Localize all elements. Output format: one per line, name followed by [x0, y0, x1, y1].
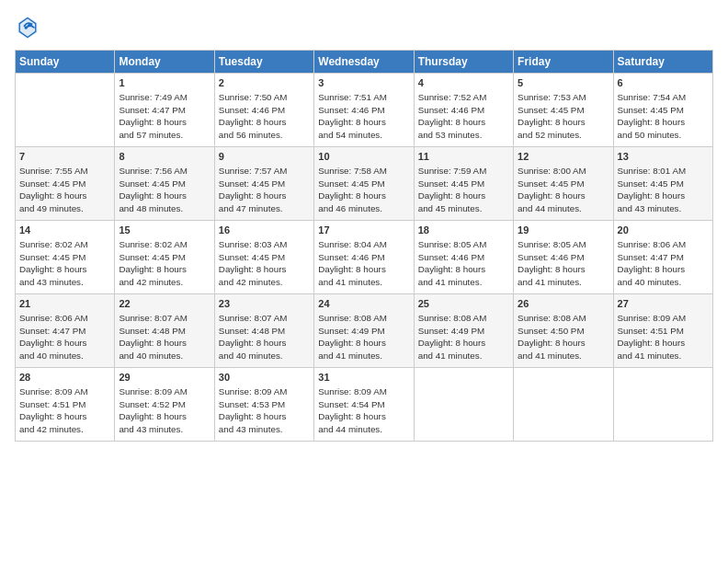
day-info: Sunrise: 8:06 AM Sunset: 4:47 PM Dayligh… [19, 312, 110, 362]
calendar-cell: 22Sunrise: 8:07 AM Sunset: 4:48 PM Dayli… [115, 294, 214, 368]
col-header-thursday: Thursday [414, 51, 513, 74]
calendar-cell: 30Sunrise: 8:09 AM Sunset: 4:53 PM Dayli… [214, 368, 313, 442]
day-number: 27 [618, 297, 709, 311]
day-info: Sunrise: 8:09 AM Sunset: 4:51 PM Dayligh… [618, 312, 709, 362]
calendar-body: 1Sunrise: 7:49 AM Sunset: 4:47 PM Daylig… [16, 74, 713, 442]
col-header-wednesday: Wednesday [314, 51, 414, 74]
day-number: 28 [19, 371, 110, 385]
day-number: 7 [19, 150, 110, 164]
day-number: 8 [119, 150, 210, 164]
day-number: 2 [219, 76, 310, 90]
day-number: 30 [219, 371, 310, 385]
day-info: Sunrise: 7:50 AM Sunset: 4:46 PM Dayligh… [219, 91, 310, 142]
page-container: SundayMondayTuesdayWednesdayThursdayFrid… [0, 0, 728, 563]
calendar-cell: 16Sunrise: 8:03 AM Sunset: 4:45 PM Dayli… [214, 221, 313, 294]
calendar-cell: 13Sunrise: 8:01 AM Sunset: 4:45 PM Dayli… [613, 147, 712, 221]
day-number: 17 [318, 224, 409, 237]
day-number: 12 [518, 150, 609, 164]
day-info: Sunrise: 8:00 AM Sunset: 4:45 PM Dayligh… [518, 165, 609, 215]
calendar-cell: 31Sunrise: 8:09 AM Sunset: 4:54 PM Dayli… [314, 368, 414, 442]
col-header-sunday: Sunday [16, 51, 115, 74]
day-info: Sunrise: 8:02 AM Sunset: 4:45 PM Dayligh… [19, 238, 110, 289]
day-number: 13 [618, 150, 709, 164]
logo-icon [15, 15, 40, 40]
calendar-cell: 17Sunrise: 8:04 AM Sunset: 4:46 PM Dayli… [314, 221, 414, 294]
calendar-cell: 21Sunrise: 8:06 AM Sunset: 4:47 PM Dayli… [16, 294, 115, 368]
calendar-cell: 7Sunrise: 7:55 AM Sunset: 4:45 PM Daylig… [16, 147, 115, 221]
day-info: Sunrise: 8:08 AM Sunset: 4:49 PM Dayligh… [318, 312, 409, 362]
col-header-tuesday: Tuesday [214, 51, 313, 74]
day-info: Sunrise: 8:01 AM Sunset: 4:45 PM Dayligh… [618, 165, 709, 215]
calendar-cell: 6Sunrise: 7:54 AM Sunset: 4:45 PM Daylig… [613, 74, 712, 147]
day-number: 5 [518, 76, 609, 90]
calendar-cell: 8Sunrise: 7:56 AM Sunset: 4:45 PM Daylig… [115, 147, 214, 221]
calendar-week-5: 28Sunrise: 8:09 AM Sunset: 4:51 PM Dayli… [16, 368, 713, 442]
day-number: 1 [119, 76, 210, 90]
col-header-monday: Monday [115, 51, 214, 74]
day-number: 18 [418, 224, 509, 237]
calendar-cell [613, 368, 712, 442]
day-info: Sunrise: 8:03 AM Sunset: 4:45 PM Dayligh… [219, 238, 310, 289]
calendar-cell: 2Sunrise: 7:50 AM Sunset: 4:46 PM Daylig… [214, 74, 313, 147]
calendar-cell: 24Sunrise: 8:08 AM Sunset: 4:49 PM Dayli… [314, 294, 414, 368]
day-number: 20 [618, 224, 709, 237]
day-info: Sunrise: 7:54 AM Sunset: 4:45 PM Dayligh… [618, 91, 709, 142]
day-number: 22 [119, 297, 210, 311]
calendar-cell: 3Sunrise: 7:51 AM Sunset: 4:46 PM Daylig… [314, 74, 414, 147]
day-info: Sunrise: 7:58 AM Sunset: 4:45 PM Dayligh… [318, 165, 409, 215]
calendar-cell: 19Sunrise: 8:05 AM Sunset: 4:46 PM Dayli… [514, 221, 613, 294]
col-header-saturday: Saturday [613, 51, 712, 74]
svg-point-2 [25, 26, 28, 29]
calendar-header-row: SundayMondayTuesdayWednesdayThursdayFrid… [16, 51, 713, 74]
day-info: Sunrise: 8:04 AM Sunset: 4:46 PM Dayligh… [318, 238, 409, 289]
day-number: 21 [19, 297, 110, 311]
logo [15, 15, 44, 40]
day-number: 23 [219, 297, 310, 311]
day-info: Sunrise: 8:06 AM Sunset: 4:47 PM Dayligh… [618, 238, 709, 289]
day-info: Sunrise: 8:05 AM Sunset: 4:46 PM Dayligh… [518, 238, 609, 289]
day-info: Sunrise: 8:07 AM Sunset: 4:48 PM Dayligh… [219, 312, 310, 362]
calendar-week-1: 1Sunrise: 7:49 AM Sunset: 4:47 PM Daylig… [16, 74, 713, 147]
day-info: Sunrise: 7:49 AM Sunset: 4:47 PM Dayligh… [119, 91, 210, 142]
calendar-cell [514, 368, 613, 442]
day-info: Sunrise: 7:59 AM Sunset: 4:45 PM Dayligh… [418, 165, 509, 215]
day-number: 3 [318, 76, 409, 90]
calendar-cell: 1Sunrise: 7:49 AM Sunset: 4:47 PM Daylig… [115, 74, 214, 147]
calendar-cell: 5Sunrise: 7:53 AM Sunset: 4:45 PM Daylig… [514, 74, 613, 147]
day-number: 24 [318, 297, 409, 311]
calendar-week-3: 14Sunrise: 8:02 AM Sunset: 4:45 PM Dayli… [16, 221, 713, 294]
day-info: Sunrise: 7:56 AM Sunset: 4:45 PM Dayligh… [119, 165, 210, 215]
day-info: Sunrise: 8:08 AM Sunset: 4:50 PM Dayligh… [518, 312, 609, 362]
day-info: Sunrise: 8:09 AM Sunset: 4:51 PM Dayligh… [19, 385, 110, 436]
day-number: 10 [318, 150, 409, 164]
day-info: Sunrise: 8:05 AM Sunset: 4:46 PM Dayligh… [418, 238, 509, 289]
calendar-cell: 18Sunrise: 8:05 AM Sunset: 4:46 PM Dayli… [414, 221, 513, 294]
calendar-cell [16, 74, 115, 147]
day-info: Sunrise: 7:52 AM Sunset: 4:46 PM Dayligh… [418, 91, 509, 142]
day-number: 19 [518, 224, 609, 237]
calendar-cell: 11Sunrise: 7:59 AM Sunset: 4:45 PM Dayli… [414, 147, 513, 221]
calendar-cell: 12Sunrise: 8:00 AM Sunset: 4:45 PM Dayli… [514, 147, 613, 221]
day-info: Sunrise: 7:55 AM Sunset: 4:45 PM Dayligh… [19, 165, 110, 215]
calendar-cell: 28Sunrise: 8:09 AM Sunset: 4:51 PM Dayli… [16, 368, 115, 442]
calendar-table: SundayMondayTuesdayWednesdayThursdayFrid… [15, 50, 713, 442]
calendar-cell [414, 368, 513, 442]
day-number: 25 [418, 297, 509, 311]
calendar-week-2: 7Sunrise: 7:55 AM Sunset: 4:45 PM Daylig… [16, 147, 713, 221]
calendar-cell: 23Sunrise: 8:07 AM Sunset: 4:48 PM Dayli… [214, 294, 313, 368]
calendar-cell: 9Sunrise: 7:57 AM Sunset: 4:45 PM Daylig… [214, 147, 313, 221]
calendar-cell: 20Sunrise: 8:06 AM Sunset: 4:47 PM Dayli… [613, 221, 712, 294]
calendar-cell: 14Sunrise: 8:02 AM Sunset: 4:45 PM Dayli… [16, 221, 115, 294]
day-info: Sunrise: 7:53 AM Sunset: 4:45 PM Dayligh… [518, 91, 609, 142]
calendar-cell: 10Sunrise: 7:58 AM Sunset: 4:45 PM Dayli… [314, 147, 414, 221]
calendar-cell: 4Sunrise: 7:52 AM Sunset: 4:46 PM Daylig… [414, 74, 513, 147]
day-number: 31 [318, 371, 409, 385]
calendar-week-4: 21Sunrise: 8:06 AM Sunset: 4:47 PM Dayli… [16, 294, 713, 368]
day-info: Sunrise: 8:08 AM Sunset: 4:49 PM Dayligh… [418, 312, 509, 362]
day-info: Sunrise: 8:07 AM Sunset: 4:48 PM Dayligh… [119, 312, 210, 362]
calendar-cell: 26Sunrise: 8:08 AM Sunset: 4:50 PM Dayli… [514, 294, 613, 368]
day-info: Sunrise: 8:09 AM Sunset: 4:53 PM Dayligh… [219, 385, 310, 436]
day-number: 29 [119, 371, 210, 385]
day-number: 9 [219, 150, 310, 164]
calendar-cell: 25Sunrise: 8:08 AM Sunset: 4:49 PM Dayli… [414, 294, 513, 368]
